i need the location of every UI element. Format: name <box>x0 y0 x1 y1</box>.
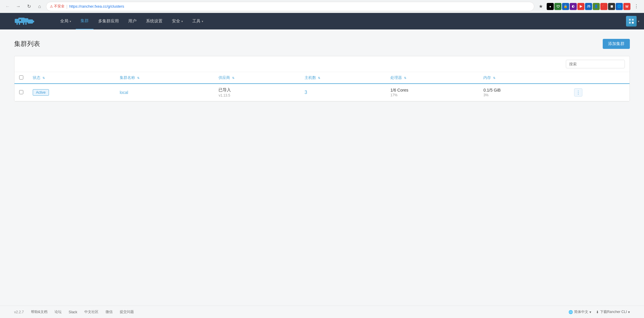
tools-chevron: ▾ <box>202 20 203 23</box>
nav-item-global[interactable]: 全局 ▾ <box>55 13 76 29</box>
language-chevron-icon: ▾ <box>589 310 591 314</box>
more-options-button[interactable]: ⋮ <box>574 88 582 97</box>
row-memory-cell: 0.1/5 GiB 3% <box>479 84 569 101</box>
separator: | <box>66 4 68 9</box>
provider-version: v1.13.5 <box>218 93 295 97</box>
svg-rect-11 <box>19 19 21 21</box>
ext-icon-1[interactable]: ● <box>547 3 554 10</box>
logo-area <box>0 16 53 26</box>
footer-link-chinese-community[interactable]: 中文社区 <box>84 309 98 314</box>
table-header-row: 状态 ⇅ 集群名称 ⇅ 供应商 ⇅ 主机数 ⇅ <box>14 72 630 84</box>
bookmark-button[interactable]: ★ <box>537 2 545 11</box>
header-status[interactable]: 状态 ⇅ <box>28 72 115 84</box>
top-nav: 全局 ▾ 集群 多集群应用 用户 系统设置 安全 ▾ 工具 ▾ <box>0 13 644 29</box>
app-container: 全局 ▾ 集群 多集群应用 用户 系统设置 安全 ▾ 工具 ▾ <box>0 13 644 318</box>
main-content: 集群列表 添加集群 状态 ⇅ <box>0 29 644 306</box>
header-memory[interactable]: 内存 ⇅ <box>479 72 569 84</box>
name-sort-icon: ⇅ <box>137 76 139 80</box>
version-text: v2.2.7 <box>14 310 24 314</box>
security-warning: ⚠ 不安全 <box>50 4 65 9</box>
svg-rect-12 <box>629 19 631 21</box>
row-actions-cell: ⋮ <box>569 84 630 101</box>
header-hosts[interactable]: 主机数 ⇅ <box>300 72 386 84</box>
nav-item-tools[interactable]: 工具 ▾ <box>188 13 208 29</box>
svg-rect-15 <box>632 22 634 24</box>
svg-rect-14 <box>629 22 631 24</box>
header-actions <box>569 72 630 84</box>
avatar-grid-icon <box>628 18 634 24</box>
nav-menu: 全局 ▾ 集群 多集群应用 用户 系统设置 安全 ▾ 工具 ▾ <box>53 13 621 29</box>
svg-rect-2 <box>24 18 28 22</box>
menu-button[interactable]: ⋮ <box>632 2 640 11</box>
nav-item-clusters[interactable]: 集群 <box>76 13 93 29</box>
ext-icon-3[interactable]: 🔒 <box>562 3 569 10</box>
memory-main: 0.1/5 GiB <box>483 88 564 92</box>
extension-icons: ● 🛡 🔒 ◐ ▶ JS 👤 ⭕ ◼ 🌐 W <box>547 3 630 10</box>
nav-avatar[interactable] <box>626 16 637 26</box>
browser-chrome: ← → ↻ ⌂ ⚠ 不安全 | https://rancher.fxea.cc/… <box>0 0 644 13</box>
svg-rect-5 <box>17 22 18 25</box>
security-chevron: ▾ <box>181 20 183 23</box>
search-input[interactable] <box>566 60 625 68</box>
row-status-cell: Active <box>28 84 115 101</box>
ext-icon-11[interactable]: W <box>623 3 630 10</box>
nav-item-settings[interactable]: 系统设置 <box>141 13 167 29</box>
provider-sort-icon: ⇅ <box>232 76 234 80</box>
svg-rect-8 <box>25 22 27 25</box>
ext-icon-8[interactable]: ⭕ <box>600 3 607 10</box>
header-cpu[interactable]: 处理器 ⇅ <box>386 72 479 84</box>
forward-button[interactable]: → <box>14 2 22 11</box>
address-bar: ⚠ 不安全 | https://rancher.fxea.cc/g/cluste… <box>46 2 534 11</box>
footer-download-cli[interactable]: ⬇ 下载Rancher CLI ▾ <box>596 309 630 314</box>
cluster-table: 状态 ⇅ 集群名称 ⇅ 供应商 ⇅ 主机数 ⇅ <box>14 72 630 101</box>
nav-item-multicluster[interactable]: 多集群应用 <box>93 13 124 29</box>
home-button[interactable]: ⌂ <box>35 2 44 11</box>
footer-link-slack[interactable]: Slack <box>69 310 77 314</box>
url-text[interactable]: https://rancher.fxea.cc/g/clusters <box>69 4 124 9</box>
ext-icon-2[interactable]: 🛡 <box>554 3 561 10</box>
avatar-chevron[interactable]: ▾ <box>638 20 639 23</box>
row-provider-cell: 已导入 v1.13.5 <box>214 84 300 101</box>
svg-rect-13 <box>632 19 634 21</box>
cpu-pct: 17% <box>390 93 474 97</box>
nav-item-users[interactable]: 用户 <box>124 13 141 29</box>
row-cpu-cell: 1/6 Cores 17% <box>386 84 479 101</box>
header-checkbox-col <box>14 72 28 84</box>
cluster-name-link[interactable]: local <box>120 90 128 95</box>
footer-link-docs[interactable]: 帮助&文档 <box>31 309 47 314</box>
global-chevron: ▾ <box>70 20 71 23</box>
memory-pct: 3% <box>483 93 564 97</box>
cluster-table-section: 状态 ⇅ 集群名称 ⇅ 供应商 ⇅ 主机数 ⇅ <box>14 56 630 102</box>
nav-right: ▾ <box>621 16 644 26</box>
ext-icon-7[interactable]: 👤 <box>593 3 600 10</box>
ext-icon-5[interactable]: ▶ <box>577 3 584 10</box>
add-cluster-button[interactable]: 添加集群 <box>603 39 630 49</box>
svg-rect-6 <box>19 22 20 25</box>
download-icon: ⬇ <box>596 310 599 314</box>
ext-icon-6[interactable]: JS <box>585 3 592 10</box>
cpu-main: 1/6 Cores <box>390 88 474 92</box>
provider-name: 已导入 <box>218 87 295 93</box>
header-provider[interactable]: 供应商 ⇅ <box>214 72 300 84</box>
footer-language-selector[interactable]: 🌐 简体中文 ▾ <box>569 309 591 314</box>
ext-icon-4[interactable]: ◐ <box>570 3 577 10</box>
host-count[interactable]: 3 <box>305 90 307 95</box>
page-title: 集群列表 <box>14 39 40 48</box>
row-hosts-cell: 3 <box>300 84 386 101</box>
refresh-button[interactable]: ↻ <box>25 2 33 11</box>
ext-icon-10[interactable]: 🌐 <box>616 3 623 10</box>
footer-link-forum[interactable]: 论坛 <box>55 309 62 314</box>
footer-link-issues[interactable]: 提交问题 <box>120 309 134 314</box>
back-button[interactable]: ← <box>4 2 12 11</box>
download-chevron-icon: ▾ <box>628 310 630 314</box>
table-toolbar <box>14 56 630 72</box>
svg-rect-10 <box>32 21 34 22</box>
select-all-checkbox[interactable] <box>19 75 23 80</box>
header-name[interactable]: 集群名称 ⇅ <box>115 72 214 84</box>
row-checkbox-0[interactable] <box>19 90 23 94</box>
footer-link-wechat[interactable]: 微信 <box>106 309 113 314</box>
nav-item-security[interactable]: 安全 ▾ <box>167 13 188 29</box>
page-footer: v2.2.7 帮助&文档 论坛 Slack 中文社区 微信 提交问题 🌐 简体中… <box>0 306 644 318</box>
hosts-sort-icon: ⇅ <box>318 76 320 80</box>
ext-icon-9[interactable]: ◼ <box>608 3 615 10</box>
